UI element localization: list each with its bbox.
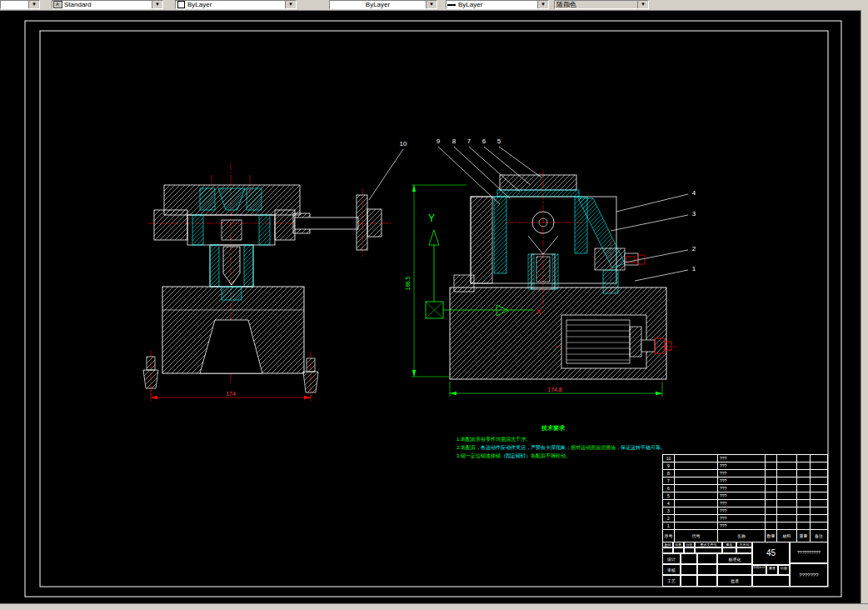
- label-date: 年月日: [736, 542, 752, 548]
- label-weight: 重量: [766, 565, 778, 575]
- side-cyan-column-left: [494, 197, 506, 273]
- linetype-value: ByLayer: [330, 1, 426, 8]
- part-name: ???: [718, 462, 766, 470]
- color-combo[interactable]: ByLayer ▼: [175, 0, 297, 9]
- chevron-down-icon[interactable]: ▼: [637, 1, 648, 8]
- mid-housing-core: [222, 220, 242, 240]
- handle-bar[interactable]: [357, 195, 367, 250]
- label-mark: 标记: [662, 542, 673, 548]
- vertical-scrollbar[interactable]: [861, 10, 868, 603]
- part-no: 4: [663, 500, 675, 508]
- handle-knob[interactable]: [367, 209, 382, 237]
- header-weight: 重量: [797, 530, 811, 542]
- bushing-right[interactable]: [247, 188, 262, 210]
- linetype-combo[interactable]: ByLayer ▼: [329, 0, 437, 9]
- parts-list: 10??? 9??? 8??? 7??? 6??? 5??? 4??? 3???…: [662, 454, 828, 543]
- part-name: ???: [718, 478, 766, 485]
- partial-combo[interactable]: ▼: [0, 0, 40, 9]
- callout-1[interactable]: 1: [692, 265, 696, 272]
- color-swatch-icon: [176, 1, 186, 8]
- callout-6[interactable]: 6: [482, 138, 486, 145]
- color-value: ByLayer: [186, 1, 285, 8]
- guide-cyan-left: [210, 245, 219, 287]
- callout-9[interactable]: 9: [436, 138, 441, 145]
- label-standard: 标准化: [717, 553, 752, 564]
- header-code: 代号: [675, 530, 718, 542]
- part-no: 9: [663, 462, 675, 470]
- callout-5[interactable]: 5: [497, 138, 501, 145]
- notes-line-3a: 3.销一定位销连接销: [456, 453, 501, 458]
- chevron-down-icon[interactable]: ▼: [285, 1, 296, 8]
- base-insert: [222, 287, 242, 300]
- part-name: ???: [718, 515, 766, 522]
- chevron-down-icon[interactable]: ▼: [537, 1, 548, 8]
- lineweight-combo[interactable]: ByLayer ▼: [446, 0, 549, 9]
- bushing-left[interactable]: [200, 188, 215, 210]
- label-process: 工艺: [662, 575, 681, 587]
- chevron-down-icon[interactable]: ▼: [152, 1, 162, 8]
- notes-line-2a: 2.装配后，: [456, 445, 481, 450]
- notes-title: 技术要求: [456, 424, 650, 432]
- dim-style-combo[interactable]: A Standard ▼: [52, 0, 163, 9]
- shaft[interactable]: [295, 218, 358, 229]
- dim-style-value: Standard: [62, 1, 152, 8]
- callout-7[interactable]: 7: [467, 138, 471, 145]
- front-width-dim-text: 174: [226, 391, 236, 397]
- side-top-plate[interactable]: [500, 175, 576, 190]
- callout-4[interactable]: 4: [692, 189, 696, 197]
- status-bar-strip[interactable]: [0, 603, 868, 610]
- part-name: ???: [718, 522, 766, 530]
- part-no: 6: [663, 485, 675, 492]
- header-qty: 数量: [766, 530, 777, 542]
- side-width-dim-text: 174.8: [547, 387, 562, 392]
- mid-housing-cyan-right: [259, 215, 270, 245]
- header-name: 名称: [718, 530, 766, 542]
- drawing-title-cell: ??????????: [790, 542, 828, 563]
- technical-notes: 技术要求 1.装配前所有零件均需清洗干净。 2.装配后，各运动件应动作灵活，严禁…: [456, 424, 650, 460]
- notes-line-3b: （固定销钉）: [501, 453, 531, 458]
- label-stage: 阶段标记: [752, 565, 766, 575]
- lineweight-value: ByLayer: [456, 1, 537, 8]
- cad-application-window: { "palette": { "background": "#000000", …: [0, 0, 868, 610]
- part-no: 1: [663, 522, 675, 530]
- chevron-down-icon[interactable]: ▼: [426, 1, 436, 8]
- label-count: 处数: [673, 542, 684, 548]
- header-seq: 序号: [663, 530, 675, 542]
- label-sign: 签名: [722, 542, 736, 548]
- right-arm[interactable]: [275, 210, 295, 240]
- header-note: 备注: [811, 530, 827, 542]
- clamp-mechanism[interactable]: [595, 248, 625, 270]
- lineweight-line-icon: [446, 1, 456, 8]
- side-height-dim-text: 186.5: [405, 276, 411, 290]
- partial-combo-value: [1, 1, 28, 8]
- chevron-down-icon[interactable]: ▼: [28, 1, 39, 8]
- label-change-no: 更改文件号: [695, 542, 722, 548]
- title-block: 10??? 9??? 8??? 7??? 6??? 5??? 4??? 3???…: [662, 454, 828, 587]
- dim-style-icon: A: [52, 1, 62, 8]
- notes-line-1: 1.装配前所有零件均需清洗干净。: [456, 435, 650, 443]
- mid-housing-cyan-left: [192, 215, 203, 245]
- part-no: 10: [663, 455, 675, 462]
- side-frame-left-wall: [471, 197, 492, 283]
- material-cell: 45: [752, 542, 790, 565]
- callout-10[interactable]: 10: [400, 140, 407, 148]
- notes-line-3c: 装配后不得松动。: [531, 453, 571, 458]
- drawing-number-cell: ???????: [790, 563, 828, 587]
- part-no: 3: [663, 508, 675, 515]
- label-scale: 比例: [778, 565, 790, 575]
- guide-cyan-right: [244, 245, 253, 287]
- callout-8[interactable]: 8: [452, 138, 456, 145]
- label-approve: 批准: [717, 575, 752, 587]
- left-arm[interactable]: [154, 210, 187, 240]
- plot-style-combo[interactable]: 随颜色 ▼: [554, 0, 649, 9]
- lower-cyan-left: [528, 254, 534, 289]
- lower-cyan-right: [552, 254, 558, 289]
- label-check: 审核: [662, 564, 681, 575]
- part-name: ???: [718, 500, 766, 508]
- part-name: ???: [718, 470, 766, 478]
- properties-toolbar: ▼ A Standard ▼ ByLayer ▼ ByLayer ▼ ByLay…: [0, 0, 868, 11]
- part-name: ???: [718, 485, 766, 492]
- notes-line-3: 3.销一定位销连接销（固定销钉）装配后不得松动。: [456, 452, 650, 460]
- callout-2[interactable]: 2: [692, 245, 696, 252]
- callout-3[interactable]: 3: [692, 210, 696, 218]
